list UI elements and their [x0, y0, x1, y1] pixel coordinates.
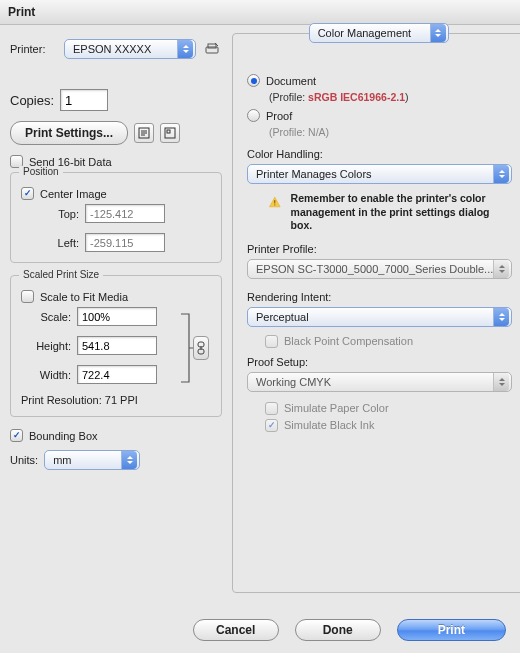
- proof-setup-label: Proof Setup:: [247, 356, 512, 368]
- dropdown-arrows-icon: [493, 308, 509, 326]
- bracket-icon: [179, 312, 193, 384]
- width-input[interactable]: [77, 365, 157, 384]
- printer-profile-select: EPSON SC-T3000_5000_7000_Series Double..…: [247, 259, 512, 279]
- proof-profile-line: (Profile: N/A): [247, 126, 512, 138]
- scale-label: Scale:: [31, 311, 71, 323]
- right-panel: Color Management Document (Profile: sRGB…: [232, 33, 520, 593]
- center-image-checkbox[interactable]: [21, 187, 34, 200]
- panel-mode-select[interactable]: Color Management: [309, 23, 449, 43]
- simulate-paper-label: Simulate Paper Color: [284, 402, 389, 414]
- color-handling-value: Printer Manages Colors: [256, 168, 372, 180]
- printer-label: Printer:: [10, 43, 58, 55]
- simulate-black-checkbox: [265, 419, 278, 432]
- printer-select[interactable]: EPSON XXXXX: [64, 39, 196, 59]
- link-icon[interactable]: [193, 336, 209, 360]
- document-radio[interactable]: [247, 74, 260, 87]
- document-profile-prefix: (Profile:: [269, 91, 308, 103]
- position-group: Position Center Image Top: Left:: [10, 172, 222, 263]
- document-profile-suffix: ): [405, 91, 409, 103]
- printer-profile-label: Printer Profile:: [247, 243, 512, 255]
- printer-select-value: EPSON XXXXX: [73, 43, 151, 55]
- height-label: Height:: [31, 340, 71, 352]
- document-profile-value: sRGB IEC61966-2.1: [308, 91, 405, 103]
- print-settings-button[interactable]: Print Settings...: [10, 121, 128, 145]
- warning-text: Remember to enable the printer's color m…: [291, 192, 513, 233]
- position-legend: Position: [19, 166, 63, 177]
- document-profile-line: (Profile: sRGB IEC61966-2.1): [247, 91, 512, 103]
- copies-input[interactable]: [60, 89, 108, 111]
- window-titlebar: Print: [0, 0, 520, 25]
- width-label: Width:: [31, 369, 71, 381]
- cancel-button[interactable]: Cancel: [193, 619, 279, 641]
- layout-icon[interactable]: [160, 123, 180, 143]
- simulate-black-label: Simulate Black Ink: [284, 419, 374, 431]
- window-title: Print: [8, 5, 35, 19]
- color-handling-select[interactable]: Printer Manages Colors: [247, 164, 512, 184]
- bpc-label: Black Point Compensation: [284, 335, 413, 347]
- resolution-label: Print Resolution: 71 PPI: [21, 394, 211, 406]
- rendering-intent-label: Rendering Intent:: [247, 291, 512, 303]
- dropdown-arrows-icon: [493, 165, 509, 183]
- proof-radio[interactable]: [247, 109, 260, 122]
- pos-left-label: Left:: [49, 237, 79, 249]
- scaled-group: Scaled Print Size Scale to Fit Media Sca…: [10, 275, 222, 417]
- printer-info-icon[interactable]: [202, 39, 222, 59]
- svg-rect-10: [274, 204, 275, 205]
- proof-setup-select: Working CMYK: [247, 372, 512, 392]
- dropdown-arrows-icon: [493, 373, 509, 391]
- warning-icon: [269, 192, 281, 212]
- pos-top-label: Top:: [49, 208, 79, 220]
- pos-top-input[interactable]: [85, 204, 165, 223]
- units-label: Units:: [10, 454, 38, 466]
- dropdown-arrows-icon: [493, 260, 509, 278]
- units-select[interactable]: mm: [44, 450, 140, 470]
- printer-profile-value: EPSON SC-T3000_5000_7000_Series Double..…: [256, 263, 493, 275]
- proof-radio-label: Proof: [266, 110, 292, 122]
- print-button[interactable]: Print: [397, 619, 506, 641]
- units-value: mm: [53, 454, 71, 466]
- simulate-paper-checkbox: [265, 402, 278, 415]
- scale-input[interactable]: [77, 307, 157, 326]
- scale-fit-checkbox[interactable]: [21, 290, 34, 303]
- center-image-label: Center Image: [40, 188, 107, 200]
- height-input[interactable]: [77, 336, 157, 355]
- bpc-checkbox: [265, 335, 278, 348]
- pos-left-input[interactable]: [85, 233, 165, 252]
- scale-fit-label: Scale to Fit Media: [40, 291, 128, 303]
- dropdown-arrows-icon: [121, 451, 137, 469]
- rendering-intent-value: Perceptual: [256, 311, 309, 323]
- panel-mode-value: Color Management: [318, 27, 412, 39]
- rendering-intent-select[interactable]: Perceptual: [247, 307, 512, 327]
- svg-rect-9: [274, 200, 275, 203]
- document-radio-label: Document: [266, 75, 316, 87]
- done-button[interactable]: Done: [295, 619, 381, 641]
- copies-label: Copies:: [10, 93, 54, 108]
- dropdown-arrows-icon: [177, 40, 193, 58]
- dropdown-arrows-icon: [430, 24, 446, 42]
- svg-rect-5: [167, 130, 170, 133]
- page-setup-icon[interactable]: [134, 123, 154, 143]
- scaled-legend: Scaled Print Size: [19, 269, 103, 280]
- color-handling-label: Color Handling:: [247, 148, 512, 160]
- bounding-box-label: Bounding Box: [29, 430, 98, 442]
- proof-setup-value: Working CMYK: [256, 376, 331, 388]
- bounding-box-checkbox[interactable]: [10, 429, 23, 442]
